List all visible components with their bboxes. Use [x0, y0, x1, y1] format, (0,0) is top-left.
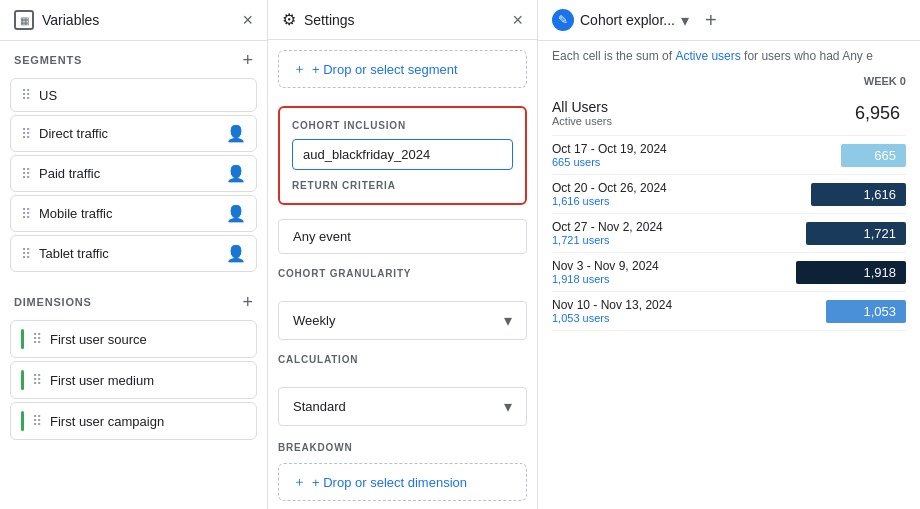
cohort-bar: 665	[841, 144, 906, 167]
cohort-bar-cell: 665	[806, 144, 906, 167]
cohort-row: Oct 27 - Nov 2, 2024 1,721 users 1,721	[552, 214, 906, 253]
cohort-row-date: Oct 20 - Oct 26, 2024	[552, 181, 806, 195]
calculation-section: CALCULATION	[268, 346, 537, 381]
cohort-row-users: 1,918 users	[552, 273, 796, 285]
drag-icon: ⠿	[21, 87, 31, 103]
segment-label: US	[39, 88, 246, 103]
dimension-color-bar	[21, 411, 24, 431]
cohort-bar-cell: 1,721	[806, 222, 906, 245]
variables-title: ▦ Variables	[14, 10, 99, 30]
settings-title: ⚙ Settings	[282, 10, 355, 29]
audience-icon: 👤	[226, 124, 246, 143]
return-criteria-label: RETURN CRITERIA	[292, 180, 513, 191]
drag-icon: ⠿	[21, 206, 31, 222]
cohort-row-date: Nov 3 - Nov 9, 2024	[552, 259, 796, 273]
all-users-subtitle: Active users	[552, 115, 855, 127]
cohort-icon: ✎	[552, 9, 574, 31]
dimension-label: First user medium	[50, 373, 246, 388]
variables-header: ▦ Variables ×	[0, 0, 267, 41]
drop-segment-button[interactable]: ＋ + Drop or select segment	[278, 50, 527, 88]
segment-label: Mobile traffic	[39, 206, 218, 221]
segment-item-tablet[interactable]: ⠿ Tablet traffic 👤	[10, 235, 257, 272]
settings-close-button[interactable]: ×	[512, 11, 523, 29]
segments-list: ⠿ US ⠿ Direct traffic 👤 ⠿ Paid traffic 👤…	[0, 75, 267, 275]
segment-label: Direct traffic	[39, 126, 218, 141]
dimension-label: First user source	[50, 332, 246, 347]
cohort-bar-cell: 1,918	[796, 261, 906, 284]
cohort-row-users: 1,616 users	[552, 195, 806, 207]
drag-icon: ⠿	[21, 246, 31, 262]
any-event-button[interactable]: Any event	[278, 219, 527, 254]
variables-panel: ▦ Variables × SEGMENTS + ⠿ US ⠿ Direct t…	[0, 0, 268, 509]
all-users-row: All Users Active users 6,956	[552, 91, 906, 136]
cohort-bar-cell: 1,053	[806, 300, 906, 323]
cohort-inclusion-input[interactable]	[292, 139, 513, 170]
segment-label: Paid traffic	[39, 166, 218, 181]
plus-icon: ＋	[293, 60, 306, 78]
dimensions-list: ⠿ First user source ⠿ First user medium …	[0, 317, 267, 443]
chevron-down-icon: ▾	[504, 311, 512, 330]
cohort-panel: ✎ Cohort explor... ▾ + Each cell is the …	[538, 0, 920, 509]
segments-section-label: SEGMENTS +	[0, 41, 267, 75]
dimension-item-source[interactable]: ⠿ First user source	[10, 320, 257, 358]
dimension-label: First user campaign	[50, 414, 246, 429]
settings-panel: ⚙ Settings × ＋ + Drop or select segment …	[268, 0, 538, 509]
cohort-bar: 1,721	[806, 222, 906, 245]
cohort-granularity-section: COHORT GRANULARITY	[268, 260, 537, 295]
cohort-bar: 1,918	[796, 261, 906, 284]
add-segment-button[interactable]: +	[242, 51, 253, 69]
dimension-item-medium[interactable]: ⠿ First user medium	[10, 361, 257, 399]
segment-item-direct[interactable]: ⠿ Direct traffic 👤	[10, 115, 257, 152]
cohort-row: Nov 3 - Nov 9, 2024 1,918 users 1,918	[552, 253, 906, 292]
cohort-row-users: 1,053 users	[552, 312, 806, 324]
drag-icon: ⠿	[21, 126, 31, 142]
drop-dimension-button[interactable]: ＋ + Drop or select dimension	[278, 463, 527, 501]
cohort-bar: 1,616	[811, 183, 906, 206]
add-dimension-button[interactable]: +	[242, 293, 253, 311]
cohort-title-button[interactable]: ✎ Cohort explor... ▾	[552, 9, 689, 31]
cohort-row: Nov 10 - Nov 13, 2024 1,053 users 1,053	[552, 292, 906, 331]
cohort-row-users: 665 users	[552, 156, 806, 168]
drag-icon: ⠿	[21, 166, 31, 182]
cohort-header: ✎ Cohort explor... ▾ +	[538, 0, 920, 41]
cohort-description: Each cell is the sum of Active users for…	[538, 41, 920, 71]
segment-item-paid[interactable]: ⠿ Paid traffic 👤	[10, 155, 257, 192]
cohort-row-date: Nov 10 - Nov 13, 2024	[552, 298, 806, 312]
drag-icon: ⠿	[32, 372, 42, 388]
audience-icon: 👤	[226, 244, 246, 263]
calculation-label: CALCULATION	[278, 354, 527, 365]
cohort-granularity-label: COHORT GRANULARITY	[278, 268, 527, 279]
cohort-bar-cell: 1,616	[806, 183, 906, 206]
all-users-count: 6,956	[855, 103, 900, 124]
cohort-bar: 1,053	[826, 300, 906, 323]
dimension-color-bar	[21, 329, 24, 349]
variables-icon: ▦	[14, 10, 34, 30]
cohort-rows: All Users Active users 6,956 Oct 17 - Oc…	[538, 91, 920, 509]
dimension-item-campaign[interactable]: ⠿ First user campaign	[10, 402, 257, 440]
chevron-down-icon: ▾	[681, 11, 689, 30]
settings-header: ⚙ Settings ×	[268, 0, 537, 40]
segment-item-us[interactable]: ⠿ US	[10, 78, 257, 112]
cohort-inclusion-box: COHORT INCLUSION RETURN CRITERIA	[278, 106, 527, 205]
cohort-row: Oct 17 - Oct 19, 2024 665 users 665	[552, 136, 906, 175]
audience-icon: 👤	[226, 204, 246, 223]
dimension-color-bar	[21, 370, 24, 390]
drag-icon: ⠿	[32, 331, 42, 347]
drag-icon: ⠿	[32, 413, 42, 429]
cohort-row-date: Oct 17 - Oct 19, 2024	[552, 142, 806, 156]
audience-icon: 👤	[226, 164, 246, 183]
calculation-dropdown[interactable]: Standard ▾	[278, 387, 527, 426]
add-tab-button[interactable]: +	[699, 8, 723, 32]
week-header: WEEK 0	[538, 71, 920, 91]
cohort-row: Oct 20 - Oct 26, 2024 1,616 users 1,616	[552, 175, 906, 214]
segment-item-mobile[interactable]: ⠿ Mobile traffic 👤	[10, 195, 257, 232]
cohort-row-users: 1,721 users	[552, 234, 806, 246]
variables-close-button[interactable]: ×	[242, 11, 253, 29]
cohort-data-rows: Oct 17 - Oct 19, 2024 665 users 665 Oct …	[552, 136, 906, 331]
gear-icon: ⚙	[282, 10, 296, 29]
breakdown-label: BREAKDOWN	[268, 432, 537, 457]
granularity-dropdown[interactable]: Weekly ▾	[278, 301, 527, 340]
dimensions-section-label: DIMENSIONS +	[0, 283, 267, 317]
segment-label: Tablet traffic	[39, 246, 218, 261]
cohort-row-date: Oct 27 - Nov 2, 2024	[552, 220, 806, 234]
